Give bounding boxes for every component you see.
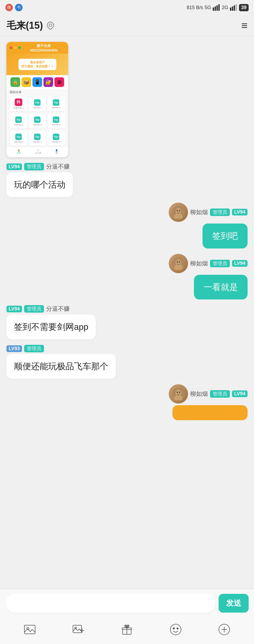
msg5-bubble: 签到不需要剑网app — [6, 314, 96, 339]
image-plus-icon[interactable] — [70, 621, 86, 638]
app-title: 猴子分身 HOUZIFENSHEN — [23, 43, 65, 52]
svg-point-17 — [177, 261, 178, 262]
grid-item-1: Tap TapTap 1 — [28, 96, 46, 111]
grid-item-0: 抖 抖音分享 1 — [10, 96, 27, 111]
grid-item-6: Tap TapTap 6 — [10, 131, 27, 146]
message-7: LV94 管理员 柳如烟 — [6, 384, 248, 420]
app-banner: 致全体用户官方通知，务必知悉！！ — [6, 54, 68, 75]
msg7-level: LV94 — [232, 390, 248, 397]
icon-privacy: 🔐 — [43, 77, 53, 87]
msg6-level: LV93 — [6, 345, 22, 352]
msg3-username: 柳如烟 — [190, 208, 208, 216]
icon-security: 🔒 — [10, 77, 20, 87]
msg7-avatar — [169, 384, 188, 404]
msg6-bubble: 顺便还能玩极品飞车那个 — [6, 354, 116, 379]
icon-check: 📱 — [32, 77, 42, 87]
book-icon: 书 — [15, 4, 23, 11]
tap-logo-1: Tap — [34, 99, 41, 106]
msg2-level: LV94 — [6, 163, 22, 170]
msg4-bubble: 一看就是 — [194, 275, 248, 300]
icon-storage: 📦 — [21, 77, 31, 87]
tap-logo-8: Tap — [53, 134, 59, 140]
msg2-admin: 管理员 — [24, 163, 44, 170]
msg3-meta: LV94 管理员 柳如烟 — [169, 203, 248, 222]
msg2-meta: LV94 管理员 分逼不赚 — [6, 163, 70, 171]
gift-icon[interactable] — [119, 621, 135, 638]
grid-item-2: Tap TapTap 2 — [47, 96, 65, 111]
msg5-username: 分逼不赚 — [46, 305, 70, 313]
grid-item-8: Tap TapTap 8 — [47, 131, 65, 146]
chat-area: 猴子分身 HOUZIFENSHEN 致全体用户官方通知，务必知悉！！ 🔒 📦 📱… — [0, 36, 254, 490]
send-button[interactable]: 发送 — [219, 594, 249, 613]
svg-rect-4 — [230, 8, 231, 11]
status-bar: 微 书 815 B/s 5G 2G 39 — [0, 0, 254, 15]
menu-button[interactable]: ≡ — [241, 20, 248, 32]
tap-logo-6: Tap — [15, 134, 22, 140]
message-4: LV94 管理员 柳如烟 一看就是 — [6, 254, 248, 300]
svg-rect-24 — [24, 625, 35, 634]
msg7-admin: 管理员 — [210, 390, 230, 398]
message-6: LV93 管理员 顺便还能玩极品飞车那个 — [6, 345, 248, 379]
msg4-username: 柳如烟 — [190, 259, 208, 268]
status-info: 815 B/s 5G 2G 39 — [187, 4, 249, 11]
msg4-admin: 管理员 — [210, 260, 230, 267]
dot-red — [10, 46, 12, 49]
svg-rect-3 — [218, 4, 220, 11]
svg-point-18 — [179, 261, 180, 262]
status-icons: 微 书 — [5, 4, 23, 11]
battery-indicator: 39 — [239, 4, 249, 11]
bottom-bar: 发送 — [0, 589, 254, 644]
msg5-admin: 管理员 — [24, 305, 44, 313]
location-icon — [46, 21, 55, 30]
svg-point-33 — [170, 624, 181, 635]
svg-point-22 — [177, 391, 178, 393]
svg-point-23 — [179, 391, 180, 393]
page-title: 毛来(15) — [6, 19, 43, 32]
msg4-meta: LV94 管理员 柳如烟 — [169, 254, 248, 273]
app-grid-2: Tap TapTap 3 Tap TapTap 4 Tap TapTap 5 — [6, 112, 68, 130]
banner-text: 致全体用户官方通知，务必知悉！！ — [19, 59, 56, 70]
grid-item-7: Tap TapTap 7 — [28, 131, 46, 146]
emoji-icon[interactable] — [168, 621, 184, 638]
chat-input[interactable] — [5, 594, 215, 613]
tap-logo-4: Tap — [34, 116, 41, 123]
grid-item-3: Tap TapTap 3 — [10, 114, 27, 129]
app-grid-3: Tap TapTap 6 Tap TapTap 7 Tap TapTap 8 — [6, 130, 68, 147]
input-row: 发送 — [0, 589, 254, 617]
grid-item-5: Tap TapTap 5 — [47, 114, 65, 129]
signal1-label: 5G — [205, 5, 211, 10]
signal1-icon — [213, 4, 220, 11]
app-grid-1: 抖 抖音分享 1 Tap TapTap 1 Tap TapTap 2 — [6, 95, 68, 112]
msg4-avatar — [169, 254, 188, 273]
app-icons-row: 🔒 📦 📱 🔐 ⊞ — [6, 75, 68, 89]
svg-rect-6 — [234, 5, 235, 11]
tap-logo-5: Tap — [53, 116, 59, 123]
speed-label: 815 B/s — [187, 5, 203, 10]
dot-green — [18, 46, 21, 49]
msg7-username: 柳如烟 — [190, 390, 208, 398]
msg6-admin: 管理员 — [24, 345, 44, 352]
svg-point-13 — [179, 210, 180, 211]
svg-rect-5 — [232, 6, 233, 11]
plus-icon[interactable] — [216, 621, 232, 638]
msg3-level: LV94 — [232, 209, 248, 215]
message-5: LV94 管理员 分逼不赚 签到不需要剑网app — [6, 305, 248, 339]
tap-logo-3: Tap — [15, 116, 22, 123]
svg-point-35 — [177, 628, 178, 629]
svg-rect-1 — [215, 6, 216, 11]
image-icon[interactable] — [22, 621, 38, 638]
message-2: LV94 管理员 分逼不赚 玩的哪个活动 — [6, 163, 248, 197]
msg3-bubble: 签到吧 — [203, 224, 248, 248]
msg2-bubble: 玩的哪个活动 — [6, 172, 73, 197]
grid-item-4: Tap TapTap 4 — [28, 114, 46, 129]
toolbar-row — [0, 617, 254, 644]
dot-yellow — [14, 46, 17, 49]
msg4-level: LV94 — [232, 260, 248, 267]
msg7-bubble-partial — [172, 405, 248, 420]
svg-rect-26 — [73, 625, 82, 633]
msg5-meta: LV94 管理员 分逼不赚 — [6, 305, 70, 313]
msg3-avatar — [169, 203, 188, 222]
weibo-icon: 微 — [5, 4, 13, 11]
svg-point-12 — [177, 210, 178, 211]
msg3-admin: 管理员 — [210, 208, 230, 216]
